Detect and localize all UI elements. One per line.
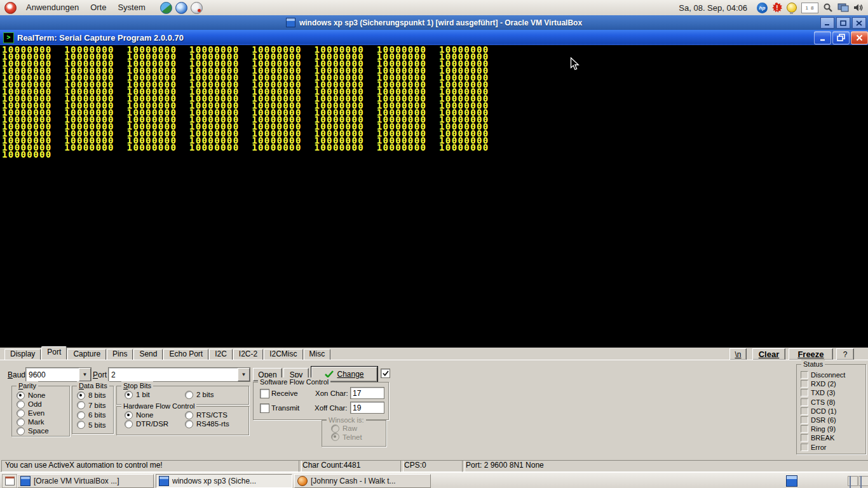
status-led-icon: [801, 398, 808, 406]
menu-system[interactable]: System: [112, 0, 151, 15]
transmit-checkbox[interactable]: [260, 403, 269, 413]
newline-button[interactable]: \n: [729, 348, 747, 360]
xon-char-input[interactable]: [350, 387, 384, 399]
xoff-char-input[interactable]: [350, 402, 384, 414]
radio-button-icon[interactable]: [331, 433, 339, 441]
radio-even[interactable]: Even: [17, 409, 68, 417]
taskbar-button[interactable]: [Oracle VM VirtualBox ...]: [17, 474, 154, 488]
status-led-icon: [801, 380, 808, 388]
distro-logo-icon[interactable]: [4, 2, 17, 14]
tab-i2c-2[interactable]: I2C-2: [233, 349, 263, 360]
bulb-icon[interactable]: [787, 3, 797, 13]
vbox-maximize-button[interactable]: [836, 17, 850, 29]
tab-display[interactable]: Display: [4, 349, 41, 360]
vbox-close-button[interactable]: [852, 17, 866, 29]
radio-none[interactable]: None: [17, 391, 68, 400]
tab-port[interactable]: Port: [41, 346, 67, 360]
tab-pins[interactable]: Pins: [107, 349, 133, 360]
radio-raw[interactable]: Raw: [331, 424, 384, 433]
taskbar-button[interactable]: windows xp sp3 (Siche...: [156, 474, 292, 488]
radio-rts-cts[interactable]: RTS/CTS: [185, 411, 247, 419]
radio-button-icon[interactable]: [77, 401, 85, 409]
software-flow-group-title: Software Flow Control: [258, 377, 330, 386]
radio-7-bits[interactable]: 7 bits: [77, 402, 112, 410]
radio-none[interactable]: None: [125, 411, 185, 419]
parity-options: NoneOddEvenMarkSpace: [17, 391, 68, 435]
radio-button-icon[interactable]: [185, 411, 193, 419]
radio-label: 7 bits: [88, 402, 106, 409]
radio-2-bits[interactable]: 2 bits: [185, 391, 247, 399]
port-combobox[interactable]: 2 ▼: [108, 367, 250, 382]
radio-dtr-dsr[interactable]: DTR/DSR: [125, 420, 185, 428]
status-label: CTS (8): [811, 398, 836, 406]
realterm-minimize-button[interactable]: [814, 31, 831, 44]
display-icon[interactable]: [837, 3, 849, 13]
baud-combobox[interactable]: 9600 ▼: [25, 367, 92, 382]
stop-bits-group-title: Stop Bits: [121, 381, 153, 390]
window-selector-icon[interactable]: [848, 476, 858, 486]
radio-button-icon[interactable]: [77, 391, 85, 400]
winsock-group: Winsock is: RawTelnet: [322, 420, 386, 447]
radio-label: Even: [28, 409, 44, 417]
radio-rs485-rts[interactable]: RS485-rts: [185, 420, 247, 428]
radio-button-icon[interactable]: [17, 400, 25, 409]
tab-send[interactable]: Send: [133, 349, 163, 360]
show-desktop-button[interactable]: [2, 474, 17, 488]
chevron-down-icon[interactable]: ▼: [238, 368, 250, 381]
radio-button-icon[interactable]: [125, 420, 133, 428]
radio-button-icon[interactable]: [185, 391, 193, 399]
menu-applications[interactable]: Anwendungen: [20, 0, 85, 15]
globe-launcher-icon[interactable]: [175, 2, 187, 14]
clock[interactable]: Sa, 08. Sep, 04:06: [674, 3, 752, 13]
radio-button-icon[interactable]: [77, 411, 85, 419]
radio-button-icon[interactable]: [331, 424, 339, 433]
volume-icon[interactable]: [853, 3, 864, 13]
tab-i2c[interactable]: I2C: [209, 349, 233, 360]
radio-telnet[interactable]: Telnet: [331, 433, 384, 442]
freeze-button[interactable]: Freeze: [789, 348, 833, 360]
clear-button[interactable]: Clear: [752, 348, 785, 360]
radio-space[interactable]: Space: [17, 427, 68, 435]
browser-launcher-icon[interactable]: [160, 2, 172, 14]
realterm-close-button[interactable]: [851, 31, 868, 44]
realterm-titlebar[interactable]: > RealTerm: Serial Capture Program 2.0.0…: [0, 30, 868, 45]
virtualbox-titlebar[interactable]: windows xp sp3 (Sicherungspunkt 1) [wird…: [0, 15, 868, 30]
update-alert-icon[interactable]: !: [772, 3, 782, 13]
radio-mark[interactable]: Mark: [17, 418, 68, 426]
radio-8-bits[interactable]: 8 bits: [77, 391, 112, 400]
change-confirm-checkbox[interactable]: [381, 369, 390, 378]
port-settings-panel: Baud 9600 ▼ Port 2 ▼ Open Spy Change Par…: [0, 360, 868, 459]
vbox-minimize-button[interactable]: [820, 17, 834, 29]
taskbar-button[interactable]: [Johnny Cash - I Walk t...: [294, 474, 431, 488]
tab-misc[interactable]: Misc: [304, 349, 331, 360]
terminal-output[interactable]: 10000000 10000000 10000000 10000000 1000…: [0, 45, 868, 349]
chevron-down-icon[interactable]: ▼: [79, 368, 91, 381]
radio-label: Odd: [28, 400, 42, 408]
radio-button-icon[interactable]: [125, 411, 133, 419]
radio-button-icon[interactable]: [17, 418, 25, 426]
help-button[interactable]: ?: [836, 348, 854, 360]
realterm-restore-button[interactable]: [832, 31, 850, 44]
vbox-tray-icon[interactable]: [786, 475, 797, 487]
workspace-switcher-icon[interactable]: [858, 476, 868, 486]
tab-echo-port[interactable]: Echo Port: [163, 349, 208, 360]
radio-button-icon[interactable]: [17, 409, 25, 417]
status-led-icon: [801, 371, 808, 379]
radio-button-icon[interactable]: [17, 427, 25, 435]
receive-checkbox[interactable]: [260, 389, 269, 398]
keyboard-indicator[interactable]: 1 8: [801, 3, 818, 13]
menu-places[interactable]: Orte: [85, 0, 112, 15]
radio-6-bits[interactable]: 6 bits: [77, 411, 112, 419]
transmit-label: Transmit: [271, 404, 299, 412]
tab-capture[interactable]: Capture: [67, 349, 106, 360]
radio-button-icon[interactable]: [185, 420, 193, 428]
search-icon[interactable]: [823, 3, 833, 13]
radio-button-icon[interactable]: [77, 421, 85, 429]
radio-1-bit[interactable]: 1 bit: [125, 391, 185, 399]
radio-button-icon[interactable]: [125, 391, 133, 399]
radio-odd[interactable]: Odd: [17, 400, 68, 409]
radio-button-icon[interactable]: [17, 391, 25, 400]
radio-5-bits[interactable]: 5 bits: [77, 421, 112, 430]
app-launcher-icon[interactable]: [191, 2, 203, 14]
tab-i2cmisc[interactable]: I2CMisc: [264, 349, 302, 360]
